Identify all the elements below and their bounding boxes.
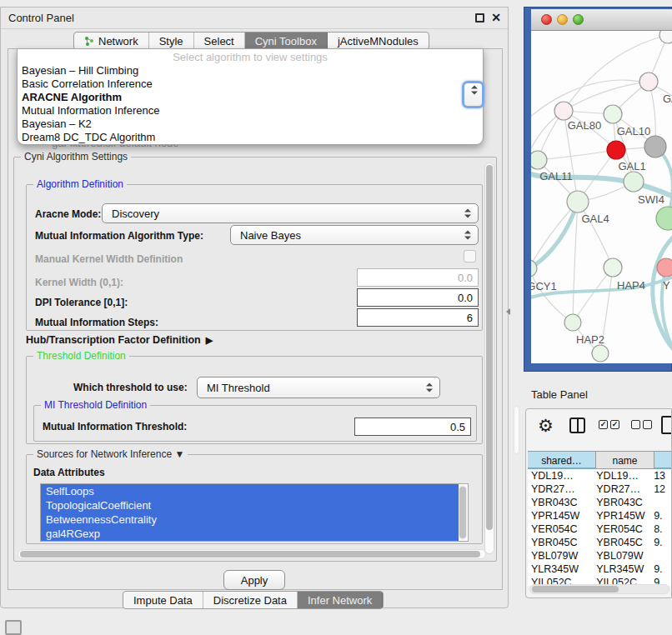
table-row[interactable]: YER054CYER054C8. — [528, 522, 672, 536]
tab-discretize-data[interactable]: Discretize Data — [203, 592, 298, 608]
node-label-hap2: HAP2 — [576, 333, 604, 346]
menu-item-mutual-information[interactable]: Mutual Information Inference — [18, 104, 483, 118]
table-body[interactable]: YDL19…YDL19…13 YDR27…YDR27…12 YBR043CYBR… — [528, 469, 672, 586]
close-traffic-light-icon[interactable] — [541, 14, 552, 25]
sources-legend[interactable]: Sources for Network Inference ▼ — [33, 448, 188, 460]
tab-network-label: Network — [98, 35, 138, 48]
node-label-gal11: GAL11 — [539, 170, 573, 182]
expand-arrow-icon[interactable]: ▶ — [206, 335, 213, 345]
tab-infer-network[interactable]: Infer Network — [298, 592, 383, 608]
tab-impute-data[interactable]: Impute Data — [123, 592, 203, 608]
settings-horizontal-scrollbar[interactable] — [18, 549, 486, 559]
mi-steps-label: Mutual Information Steps: — [35, 317, 158, 328]
close-icon[interactable]: ✕ — [491, 11, 501, 24]
tab-select[interactable]: Select — [194, 32, 245, 49]
node-bottom[interactable] — [592, 345, 609, 362]
node-gal10[interactable] — [604, 105, 622, 123]
manual-kernel-checkbox[interactable] — [464, 250, 476, 262]
which-threshold-combobox[interactable]: MI Threshold — [197, 377, 440, 398]
menu-item-basic-correlation[interactable]: Basic Correlation Inference — [18, 78, 483, 91]
collapse-arrow-icon[interactable]: ▼ — [174, 448, 184, 460]
node-hap4[interactable] — [604, 258, 622, 277]
table-panel-titlebar: Table Panel — [524, 382, 672, 407]
settings-vertical-scrollbar[interactable] — [484, 162, 494, 554]
algorithm-combobox[interactable] — [462, 81, 484, 108]
algorithm-dropdown-placeholder: Select algorithm to view settings — [18, 51, 483, 64]
table-horizontal-scrollbar[interactable] — [529, 584, 669, 594]
tab-style[interactable]: Style — [149, 32, 194, 49]
menu-item-aracne[interactable]: ARACNE Algorithm — [18, 91, 483, 104]
control-panel-titlebar: Control Panel ✕ — [1, 8, 508, 29]
deselect-checkbox-icon[interactable] — [643, 420, 652, 429]
list-item[interactable]: gal4RGexp — [41, 527, 459, 541]
deselect-checkbox-icon[interactable] — [631, 420, 640, 429]
cell: YPR145W — [528, 509, 593, 522]
cell — [649, 549, 672, 562]
hub-definition-label[interactable]: Hub/Transcription Factor Definition▶ — [26, 334, 213, 346]
column-layout-icon[interactable] — [569, 418, 585, 433]
zoom-traffic-light-icon[interactable] — [573, 14, 584, 25]
apply-button[interactable]: Apply — [223, 570, 285, 590]
list-item[interactable]: TopologicalCoefficient — [41, 498, 459, 512]
column-header-name[interactable]: name — [596, 451, 654, 469]
table-row[interactable]: YPR145WYPR145W9. — [528, 509, 672, 522]
mi-type-combobox[interactable]: Naive Bayes — [230, 225, 479, 245]
mi-threshold-field[interactable]: 0.5 — [354, 418, 471, 436]
node-label-hap4: HAP4 — [617, 279, 645, 292]
node-partial[interactable] — [659, 31, 672, 43]
tab-jactivemnodules[interactable]: jActiveMNodules — [328, 32, 429, 49]
select-all-checkbox-icon[interactable]: ✓ — [599, 420, 608, 429]
cell: 9. — [649, 509, 672, 522]
node-gal1[interactable] — [607, 141, 625, 159]
list-vertical-scrollbar[interactable] — [459, 485, 467, 540]
minimized-window-icon[interactable] — [5, 620, 22, 635]
control-panel-window: Control Panel ✕ Network Style Select Cyn… — [0, 7, 509, 608]
node-gal80[interactable] — [554, 102, 573, 120]
cyni-toolbox-panel: gal-filtered.sif default node Select alg… — [8, 48, 503, 590]
node-hap2[interactable] — [564, 314, 581, 331]
mi-type-value: Naive Bayes — [240, 229, 301, 242]
node-gal11[interactable] — [531, 151, 547, 169]
data-attributes-list[interactable]: SelfLoops TopologicalCoefficient Between… — [40, 483, 469, 542]
node-label-gal4: GAL4 — [581, 212, 609, 225]
tab-network[interactable]: Network — [74, 32, 149, 49]
network-canvas[interactable]: GAL80 GAL10 GAL1 GAL11 SWI4 GAL4 GCY1 HA… — [531, 31, 672, 363]
table-row[interactable]: YDR27…YDR27…12 — [528, 482, 672, 496]
table-row[interactable]: YBR043CYBR043C — [528, 496, 672, 509]
tab-jactivemnodules-label: jActiveMNodules — [338, 35, 419, 48]
network-icon — [84, 36, 94, 46]
list-item[interactable]: BetweennessCentrality — [41, 512, 459, 527]
node-gal-cut[interactable] — [639, 72, 658, 91]
minimize-traffic-light-icon[interactable] — [557, 14, 568, 25]
column-header-shared[interactable]: shared… — [528, 451, 596, 469]
table-row[interactable]: YLR345WYLR345W9. — [528, 562, 672, 576]
column-header-cut[interactable] — [654, 451, 672, 469]
aracne-mode-combobox[interactable]: Discovery — [102, 203, 479, 223]
node-gal4[interactable] — [567, 191, 589, 212]
table-row[interactable]: YDL19…YDL19…13 — [528, 469, 672, 482]
node-label-y-cut: Y — [663, 279, 670, 292]
table-row[interactable]: YBL079WYBL079W — [528, 549, 672, 562]
tab-cyni-toolbox[interactable]: Cyni Toolbox — [245, 32, 328, 49]
menu-item-dream8[interactable]: Dream8 DC_TDC Algorithm — [18, 131, 483, 144]
network-window-titlebar[interactable] — [531, 9, 672, 31]
node-pink[interactable] — [657, 258, 672, 277]
kernel-width-field[interactable]: 0.0 — [357, 268, 479, 287]
float-window-icon[interactable] — [475, 13, 484, 22]
cell: YLR345W — [528, 562, 593, 576]
menu-item-bayesian-k2[interactable]: Bayesian – K2 — [18, 118, 483, 131]
select-all-checkbox-icon[interactable]: ✓ — [610, 420, 619, 429]
table-function-icon[interactable] — [661, 416, 672, 434]
node-swi4[interactable] — [624, 172, 644, 192]
split-pane-collapse-icon[interactable] — [506, 308, 510, 315]
dpi-tolerance-field[interactable]: 0.0 — [357, 288, 479, 307]
node-gray[interactable] — [644, 136, 666, 158]
node-green[interactable] — [656, 207, 672, 230]
panel-divider-scrollbar[interactable] — [514, 406, 519, 454]
cell: YDR27… — [593, 482, 649, 496]
list-item[interactable]: SelfLoops — [41, 484, 459, 498]
mi-steps-field[interactable]: 6 — [357, 308, 479, 327]
table-row[interactable]: YBR045CYBR045C9. — [528, 536, 672, 549]
menu-item-bayesian-hill-climbing[interactable]: Bayesian – Hill Climbing — [18, 64, 483, 78]
gear-icon[interactable]: ⚙ — [538, 416, 554, 436]
